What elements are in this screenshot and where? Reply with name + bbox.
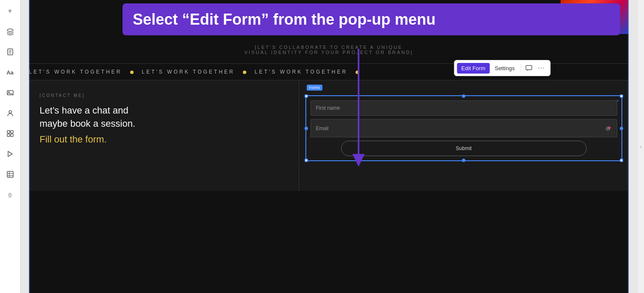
contact-heading1: Let’s have a chat and maybe book a sessi… [40, 104, 288, 131]
left-sidebar: + Aa [0, 0, 20, 293]
apps-icon[interactable] [4, 128, 16, 139]
instruction-banner: Select “Edit Form” from the pop-up menu [123, 3, 620, 35]
resize-handle-left-mid[interactable] [305, 127, 308, 130]
contact-label: [CONTACT ME] [40, 93, 288, 98]
website-preview: Photography [LET’S COLLABORATE TO CREATE… [29, 0, 629, 293]
settings-button[interactable]: Settings [490, 63, 519, 74]
contact-cta: Fill out the form. [40, 134, 288, 145]
svg-rect-8 [7, 131, 10, 133]
text-icon[interactable]: Aa [4, 66, 16, 78]
form-element[interactable]: ⤢ First name Email ⊕ + Submit [305, 95, 623, 161]
right-panel-handle[interactable]: › [637, 0, 644, 293]
pages-icon[interactable] [4, 46, 16, 58]
collab-section: [LET’S COLLABORATE TO CREATE A UNIQUE VI… [29, 36, 629, 63]
plugins-icon[interactable] [4, 148, 16, 160]
resize-handle-left-top[interactable] [305, 94, 308, 98]
add-icon[interactable]: + [4, 5, 16, 17]
collab-line1: [LET’S COLLABORATE TO CREATE A UNIQUE [37, 45, 620, 50]
first-name-field[interactable]: First name [311, 100, 618, 116]
guide-line-right [628, 0, 629, 293]
email-label: Email [316, 125, 329, 131]
svg-rect-10 [7, 134, 10, 137]
svg-rect-9 [11, 131, 13, 133]
contact-section: [CONTACT ME] Let’s have a chat and maybe… [29, 80, 629, 191]
resize-handle-right-top[interactable] [620, 94, 623, 98]
more-options-button[interactable]: ··· [536, 62, 547, 74]
resize-handle-right-mid[interactable] [620, 127, 623, 130]
code-icon[interactable]: {} [4, 189, 16, 201]
svg-rect-17 [526, 65, 532, 70]
svg-point-7 [9, 111, 11, 113]
svg-rect-13 [7, 171, 13, 177]
canvas-area: Desktop Photography [LET’S COLLABORATE T… [20, 0, 637, 293]
comment-button[interactable] [523, 62, 535, 74]
chevron-right-icon: › [640, 144, 642, 150]
svg-point-0 [7, 29, 13, 31]
instruction-text: Select “Edit Form” from the pop-up menu [133, 10, 610, 28]
resize-handle-bottom[interactable] [462, 159, 465, 162]
svg-rect-11 [11, 134, 13, 137]
toolbar-divider [521, 64, 521, 72]
image-icon[interactable] [4, 87, 16, 99]
table-icon[interactable] [4, 168, 16, 180]
resize-handle-top[interactable] [462, 94, 465, 98]
first-name-label: First name [316, 105, 340, 111]
forms-badge: Forms [307, 85, 323, 91]
popup-toolbar: Edit Form Settings ··· [454, 60, 550, 76]
layers-icon[interactable] [4, 26, 16, 37]
move-icon: ⊕ [605, 125, 610, 132]
submit-button[interactable]: Submit [341, 141, 587, 156]
email-field[interactable]: Email ⊕ + [311, 119, 618, 137]
resize-handle-left-bottom[interactable] [305, 159, 308, 162]
contact-left: [CONTACT ME] Let’s have a chat and maybe… [29, 80, 299, 191]
contact-right: Forms ⤢ First name Email ⊕ + [299, 80, 629, 191]
resize-handle-right-bottom[interactable] [620, 159, 623, 162]
guide-line-left [29, 0, 30, 293]
people-icon[interactable] [4, 107, 16, 119]
svg-marker-12 [8, 151, 12, 156]
marquee-text: LET'S WORK TOGETHER LET'S WORK TOGETHER … [29, 69, 364, 75]
collab-line2: VISUAL IDENTITY FOR YOUR PROJECT OR BRAN… [37, 50, 620, 55]
edit-form-button[interactable]: Edit Form [457, 63, 490, 74]
